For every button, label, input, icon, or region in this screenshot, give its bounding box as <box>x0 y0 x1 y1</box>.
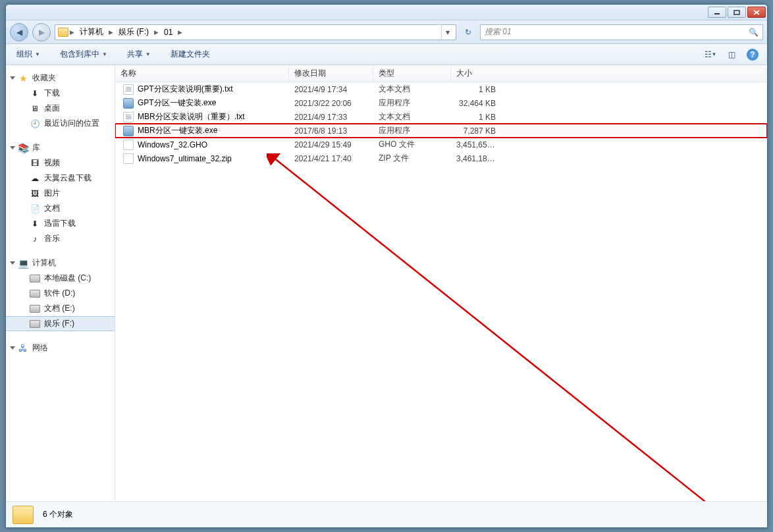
search-icon: 🔍 <box>749 28 759 37</box>
svg-line-5 <box>273 157 714 501</box>
file-name: GPT分区一键安装.exe <box>138 97 216 109</box>
chevron-right-icon: ▶ <box>109 29 113 36</box>
file-row[interactable]: MBR分区安装说明（重要）.txt2021/4/9 17:33文本文档1 KB <box>115 110 767 124</box>
file-row[interactable]: MBR分区一键安装.exe2017/6/8 19:13应用程序7,287 KB <box>115 124 767 138</box>
chevron-right-icon: ▶ <box>154 29 159 36</box>
file-name: Windows7_ultimate_32.zip <box>138 154 232 163</box>
sidebar-item-drive-c[interactable]: 本地磁盘 (C:) <box>6 271 115 286</box>
sidebar-item-pictures[interactable]: 🖼图片 <box>6 186 115 201</box>
file-row[interactable]: GPT分区安装说明(重要).txt2021/4/9 17:34文本文档1 KB <box>115 82 767 96</box>
breadcrumb-seg-drive[interactable]: 娱乐 (F:) <box>115 26 153 38</box>
column-headers: 名称 修改日期 类型 大小 <box>115 65 767 82</box>
file-type: 应用程序 <box>373 97 451 109</box>
file-row[interactable]: GPT分区一键安装.exe2021/3/22 20:06应用程序32,464 K… <box>115 96 767 110</box>
column-header-date[interactable]: 修改日期 <box>289 65 373 82</box>
file-name: GPT分区安装说明(重要).txt <box>138 84 233 95</box>
new-folder-button[interactable]: 新建文件夹 <box>167 47 214 62</box>
file-date: 2017/6/8 19:13 <box>289 126 373 136</box>
help-button[interactable]: ? <box>745 47 760 62</box>
explorer-window: ◀ ▶ ▶ 计算机 ▶ 娱乐 (F:) ▶ 01 ▶ ▾ ↻ 搜索 01 🔍 组… <box>5 4 768 528</box>
sidebar-item-videos[interactable]: 🎞视频 <box>6 155 115 171</box>
minimize-button[interactable] <box>708 7 726 18</box>
view-options-button[interactable]: ☷ ▼ <box>703 47 718 62</box>
sidebar-item-desktop[interactable]: 🖥桌面 <box>6 101 115 116</box>
file-type: ZIP 文件 <box>373 153 451 164</box>
preview-pane-button[interactable]: ◫ <box>724 47 739 62</box>
sidebar-item-drive-e[interactable]: 文档 (E:) <box>6 301 115 316</box>
file-icon <box>123 98 134 109</box>
file-date: 2021/4/21 17:40 <box>289 154 373 163</box>
chevron-right-icon: ▶ <box>178 29 182 36</box>
status-count: 6 个对象 <box>43 509 73 520</box>
file-icon <box>123 84 134 95</box>
drive-icon <box>30 288 40 299</box>
download-icon: ⬇ <box>30 88 40 99</box>
breadcrumb-seg-computer[interactable]: 计算机 <box>76 26 107 38</box>
maximize-button[interactable] <box>728 7 746 18</box>
column-header-type[interactable]: 类型 <box>373 65 451 82</box>
share-menu[interactable]: 共享 ▼ <box>123 47 155 62</box>
close-button[interactable] <box>747 7 766 18</box>
network-group[interactable]: 🖧网络 <box>6 340 115 356</box>
sidebar-item-documents[interactable]: 📄文档 <box>6 201 115 216</box>
sidebar-item-drive-f[interactable]: 娱乐 (F:) <box>6 316 115 331</box>
music-icon: ♪ <box>30 234 40 244</box>
statusbar: 6 个对象 <box>6 501 767 527</box>
file-name: Windows7_32.GHO <box>138 140 207 149</box>
navigation-pane: ★收藏夹 ⬇下载 🖥桌面 🕘最近访问的位置 📚库 🎞视频 ☁天翼云盘下载 🖼图片… <box>6 65 115 501</box>
file-date: 2021/4/9 17:33 <box>289 113 373 122</box>
sidebar-item-drive-d[interactable]: 软件 (D:) <box>6 286 115 301</box>
library-icon: 📚 <box>18 143 28 153</box>
file-type: 文本文档 <box>373 111 451 122</box>
star-icon: ★ <box>18 73 28 84</box>
column-header-size[interactable]: 大小 <box>451 65 501 82</box>
computer-group[interactable]: 💻计算机 <box>6 255 115 271</box>
favorites-group[interactable]: ★收藏夹 <box>6 70 115 86</box>
libraries-group[interactable]: 📚库 <box>6 140 115 155</box>
sidebar-item-music[interactable]: ♪音乐 <box>6 231 115 246</box>
refresh-button[interactable]: ↻ <box>460 28 476 37</box>
document-icon: 📄 <box>30 203 40 214</box>
body: ★收藏夹 ⬇下载 🖥桌面 🕘最近访问的位置 📚库 🎞视频 ☁天翼云盘下载 🖼图片… <box>6 65 767 501</box>
breadcrumb-dropdown[interactable]: ▾ <box>441 25 453 40</box>
toolbar: 组织 ▼ 包含到库中 ▼ 共享 ▼ 新建文件夹 ☷ ▼ ◫ ? <box>6 44 767 65</box>
sidebar-item-cloud[interactable]: ☁天翼云盘下载 <box>6 171 115 186</box>
breadcrumb[interactable]: ▶ 计算机 ▶ 娱乐 (F:) ▶ 01 ▶ ▾ <box>55 24 456 40</box>
file-icon <box>123 126 134 136</box>
file-type: 应用程序 <box>373 125 451 136</box>
titlebar <box>6 5 767 20</box>
file-name: MBR分区安装说明（重要）.txt <box>138 111 245 122</box>
organize-menu[interactable]: 组织 ▼ <box>13 47 44 62</box>
file-icon <box>123 140 134 150</box>
include-in-library-menu[interactable]: 包含到库中 ▼ <box>56 47 111 62</box>
file-date: 2021/4/9 17:34 <box>289 85 373 94</box>
cloud-icon: ☁ <box>30 173 40 184</box>
file-size: 32,464 KB <box>451 99 501 108</box>
annotation-arrow <box>267 153 728 501</box>
recent-icon: 🕘 <box>30 119 40 129</box>
svg-rect-1 <box>734 11 739 14</box>
file-name: MBR分区一键安装.exe <box>138 125 217 136</box>
search-input[interactable]: 搜索 01 🔍 <box>480 24 763 40</box>
back-button[interactable]: ◀ <box>10 23 28 41</box>
sidebar-item-downloads[interactable]: ⬇下载 <box>6 86 115 101</box>
drive-icon <box>30 304 40 314</box>
file-icon <box>123 153 134 164</box>
sidebar-item-xunlei[interactable]: ⬇迅雷下载 <box>6 216 115 231</box>
file-icon <box>123 112 134 122</box>
forward-button[interactable]: ▶ <box>32 23 51 41</box>
file-date: 2021/3/22 20:06 <box>289 99 373 108</box>
column-header-name[interactable]: 名称 <box>115 65 289 82</box>
drive-icon <box>30 273 40 284</box>
chevron-right-icon: ▶ <box>70 29 74 36</box>
folder-icon <box>58 27 68 38</box>
folder-icon <box>13 506 34 524</box>
file-list[interactable]: GPT分区安装说明(重要).txt2021/4/9 17:34文本文档1 KBG… <box>115 82 767 501</box>
file-size: 3,461,184... <box>451 154 501 163</box>
network-icon: 🖧 <box>18 343 28 354</box>
file-type: 文本文档 <box>373 84 451 95</box>
breadcrumb-seg-folder[interactable]: 01 <box>160 28 176 37</box>
file-row[interactable]: Windows7_32.GHO2021/4/29 15:49GHO 文件3,45… <box>115 138 767 151</box>
file-row[interactable]: Windows7_ultimate_32.zip2021/4/21 17:40Z… <box>115 151 767 165</box>
sidebar-item-recent[interactable]: 🕘最近访问的位置 <box>6 116 115 131</box>
